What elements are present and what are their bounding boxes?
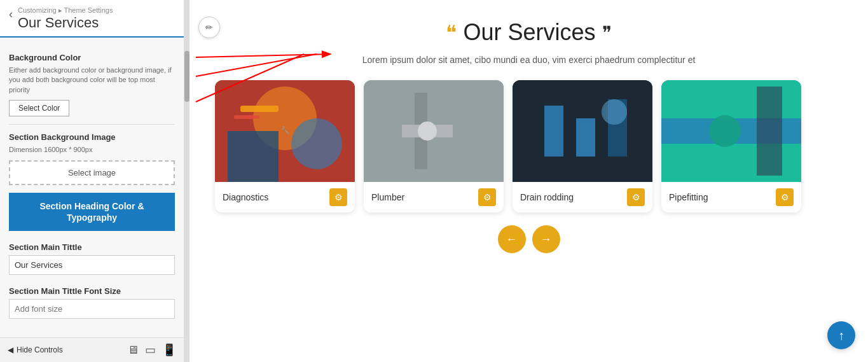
background-color-desc: Either add background color or backgroun… xyxy=(9,66,175,95)
nav-next-button[interactable]: → xyxy=(532,225,560,253)
heading-icon-right: ❞ xyxy=(602,22,612,43)
bottom-bar: ◀ Hide Controls 🖥 ▭ 📱 xyxy=(0,337,184,362)
service-card-plumber: Plumber ⚙ xyxy=(364,80,504,212)
hide-controls-label: Hide Controls xyxy=(17,345,63,354)
svg-rect-20 xyxy=(757,87,782,176)
service-cards: 🔧 Diagnostics ⚙ Plumber ⚙ xyxy=(215,80,843,212)
left-panel: ‹ Customizing ▸ Theme Settings Our Servi… xyxy=(0,0,184,362)
svg-text:🔧: 🔧 xyxy=(280,125,290,135)
service-card-icon-drain: ⚙ xyxy=(627,188,645,206)
service-card-img-pipefitting xyxy=(661,80,801,182)
service-card-img-drain xyxy=(513,80,652,182)
service-card-footer-diagnostics: Diagnostics ⚙ xyxy=(215,182,355,212)
scroll-up-button[interactable]: ↑ xyxy=(827,321,855,349)
section-bg-image-desc: Dimension 1600px * 900px xyxy=(9,145,175,155)
scroll-thumb[interactable] xyxy=(184,51,189,102)
panel-body: Background Color Either add background c… xyxy=(0,38,184,337)
back-button[interactable]: ‹ xyxy=(9,8,13,21)
svg-rect-2 xyxy=(228,131,279,182)
svg-rect-5 xyxy=(234,115,259,119)
svg-rect-14 xyxy=(576,118,595,157)
hide-controls-button[interactable]: ◀ Hide Controls xyxy=(8,345,63,354)
divider-1 xyxy=(9,124,175,125)
navigation-arrows: ← → xyxy=(215,225,843,253)
page-title: Our Services xyxy=(18,15,113,31)
section-bg-image-label: Section Background Image xyxy=(9,132,175,142)
heading-text: Our Services xyxy=(463,19,595,46)
section-font-size-label: Section Main Tittle Font Size xyxy=(9,286,175,296)
background-color-label: Background Color xyxy=(9,53,175,62)
section-font-size-section: Section Main Tittle Font Size xyxy=(9,286,175,324)
service-card-pipefitting: Pipefitting ⚙ xyxy=(661,80,801,212)
service-card-img-diagnostics: 🔧 xyxy=(215,80,355,182)
background-color-section: Background Color Either add background c… xyxy=(9,53,175,116)
main-content: ✏ ❝ Our Services ❞ Lorem ipsum dolor sit… xyxy=(189,0,868,362)
section-main-title-label: Section Main Tittle xyxy=(9,242,175,252)
service-card-icon-plumber: ⚙ xyxy=(478,188,496,206)
scrollbar[interactable] xyxy=(184,0,189,362)
service-card-name-plumber: Plumber xyxy=(371,192,404,202)
service-card-footer-plumber: Plumber ⚙ xyxy=(364,182,504,212)
service-card-diagnostics: 🔧 Diagnostics ⚙ xyxy=(215,80,355,212)
svg-rect-4 xyxy=(240,106,279,112)
service-card-name-drain: Drain rodding xyxy=(520,192,574,202)
select-image-button[interactable]: Select image xyxy=(9,160,175,185)
mobile-icon[interactable]: 📱 xyxy=(162,343,176,357)
svg-rect-11 xyxy=(364,80,504,182)
header-text-group: Customizing ▸ Theme Settings Our Service… xyxy=(18,6,113,31)
svg-point-3 xyxy=(291,118,342,169)
section-main-title-input[interactable] xyxy=(9,255,175,275)
service-card-footer-pipefitting: Pipefitting ⚙ xyxy=(661,182,801,212)
services-heading: ❝ Our Services ❞ xyxy=(215,19,843,46)
service-card-drain: Drain rodding ⚙ xyxy=(513,80,652,212)
panel-header: ‹ Customizing ▸ Theme Settings Our Servi… xyxy=(0,0,184,38)
svg-rect-13 xyxy=(544,106,563,157)
breadcrumb: Customizing ▸ Theme Settings xyxy=(18,6,113,15)
svg-point-16 xyxy=(602,99,627,125)
service-card-name-diagnostics: Diagnostics xyxy=(223,192,268,202)
desktop-icon[interactable]: 🖥 xyxy=(127,344,139,357)
section-font-size-input[interactable] xyxy=(9,299,175,319)
section-bg-image-section: Section Background Image Dimension 1600p… xyxy=(9,132,175,184)
hide-controls-icon: ◀ xyxy=(8,345,13,354)
nav-prev-button[interactable]: ← xyxy=(498,225,526,253)
edit-icon-button[interactable]: ✏ xyxy=(198,17,220,38)
service-card-icon-diagnostics: ⚙ xyxy=(329,188,347,206)
service-card-icon-pipefitting: ⚙ xyxy=(776,188,794,206)
section-main-title-section: Section Main Tittle xyxy=(9,242,175,280)
service-card-img-plumber xyxy=(364,80,504,182)
svg-point-19 xyxy=(709,115,741,147)
select-color-button[interactable]: Select Color xyxy=(9,100,69,116)
tablet-icon[interactable]: ▭ xyxy=(145,343,156,357)
section-heading-color-button[interactable]: Section Heading Color & Typography xyxy=(9,193,175,231)
bottom-icons: 🖥 ▭ 📱 xyxy=(127,343,176,357)
service-card-name-pipefitting: Pipefitting xyxy=(669,192,708,202)
services-description: Lorem ipsum dolor sit amet, cibo mundi e… xyxy=(215,55,843,65)
heading-icon-left: ❝ xyxy=(446,20,457,45)
service-card-footer-drain: Drain rodding ⚙ xyxy=(513,182,652,212)
